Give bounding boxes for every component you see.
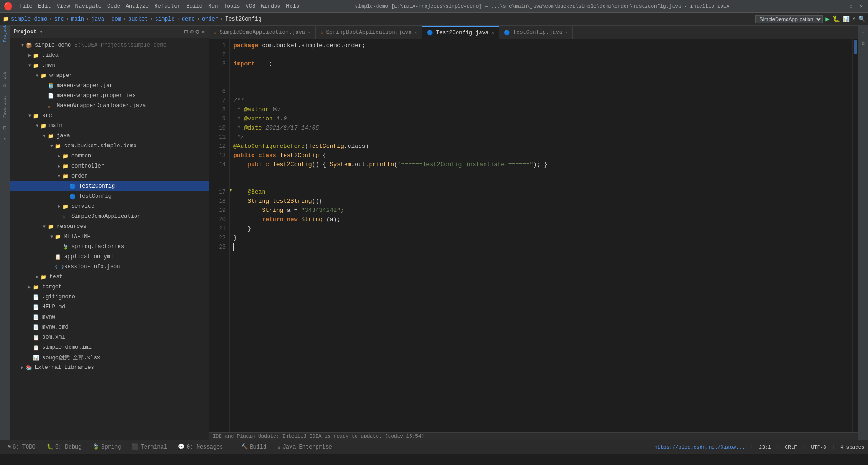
tab-simpledemo[interactable]: ☕ SimpleDemoApplication.java ✕: [209, 26, 316, 39]
menu-tools[interactable]: Tools: [224, 3, 240, 10]
breadcrumb-simple[interactable]: simple: [155, 16, 175, 22]
sidebar-settings-icon[interactable]: ⚙: [1, 81, 9, 90]
build-tab[interactable]: 🔨 Build: [237, 443, 270, 451]
tree-item-maven-wrapper-downloader[interactable]: ☕ MavenWrapperDownloader.java: [10, 101, 209, 111]
sidebar-star-icon[interactable]: ★: [1, 134, 9, 142]
menu-code[interactable]: Code: [107, 3, 120, 10]
right-sidebar-icon1[interactable]: ≡: [859, 29, 868, 38]
tab-close-springboot[interactable]: ✕: [415, 30, 417, 35]
tree-item-controller[interactable]: ▶ 📁 controller: [10, 161, 209, 171]
right-scrollbar[interactable]: [852, 39, 858, 432]
tree-item-spring-factories[interactable]: 🍃 spring.factories: [10, 242, 209, 252]
sidebar-commit-icon[interactable]: ↑: [1, 50, 9, 59]
tree-item-idea[interactable]: ▶ 📁 .idea: [10, 50, 209, 60]
terminal-label: Terminal: [140, 444, 167, 450]
tab-close-testconfig[interactable]: ✕: [565, 30, 568, 35]
menu-refactor[interactable]: Refactor: [154, 3, 181, 10]
tree-item-help-md[interactable]: 📄 HELP.md: [10, 302, 209, 312]
run-config-select[interactable]: SimpleDemoApplication: [755, 15, 823, 23]
tree-item-order[interactable]: ▼ 📁 order: [10, 171, 209, 181]
settings-icon[interactable]: ⚙: [195, 28, 199, 36]
tree-item-session-info-json[interactable]: { } session-info.json: [10, 262, 209, 272]
search-button[interactable]: 🔍: [858, 16, 865, 22]
breadcrumb-src[interactable]: src: [54, 16, 64, 22]
spring-tab[interactable]: 🍃 Spring: [89, 443, 124, 451]
tree-item-pom-xml[interactable]: 📋 pom.xml: [10, 332, 209, 342]
messages-tab[interactable]: 💬 0: Messages: [174, 443, 226, 451]
tree-item-com-bucket[interactable]: ▼ 📁 com.bucket.simple.demo: [10, 141, 209, 151]
tree-item-testconfig[interactable]: 🔵 TestConfig: [10, 191, 209, 201]
tree-item-resources[interactable]: ▼ 📁 resources: [10, 222, 209, 232]
tree-item-target[interactable]: ▶ 📁 target: [10, 282, 209, 292]
menu-run[interactable]: Run: [208, 3, 218, 10]
sidebar-web-icon[interactable]: Web: [1, 71, 9, 80]
code-content[interactable]: package com.bucket.simple.demo.order; im…: [230, 39, 852, 432]
breadcrumb-class[interactable]: Test2Config: [225, 16, 261, 22]
right-sidebar-icon2[interactable]: ⊞: [859, 39, 868, 48]
tree-item-java[interactable]: ▼ 📁 java: [10, 131, 209, 141]
menu-file[interactable]: File: [19, 3, 32, 10]
tree-item-iml[interactable]: 📋 simple-demo.iml: [10, 342, 209, 352]
tree-item-root[interactable]: ▼ 📦 simple-demo E:\IDEA-Projects\simple-…: [10, 40, 209, 50]
tree-item-simpledemo-app[interactable]: ☕ SimpleDemoApplication: [10, 211, 209, 222]
tab-test2config[interactable]: 🔵 Test2Config.java ✕: [422, 26, 499, 39]
menu-navigate[interactable]: Navigate: [75, 3, 102, 10]
tree-item-meta-inf[interactable]: ▼ 📁 META-INF: [10, 232, 209, 242]
panel-dropdown-icon[interactable]: ▾: [39, 28, 43, 35]
menu-build[interactable]: Build: [186, 3, 203, 10]
folder-icon: 📁: [62, 204, 70, 210]
breadcrumb-java[interactable]: java: [91, 16, 104, 22]
menu-vcs[interactable]: VCS: [246, 3, 256, 10]
breadcrumb-bucket[interactable]: bucket: [128, 16, 148, 22]
menu-help[interactable]: Help: [286, 3, 299, 10]
menu-view[interactable]: View: [57, 3, 70, 10]
tab-close-test2config[interactable]: ✕: [491, 30, 494, 36]
tree-item-application-yml[interactable]: 📋 application.yml: [10, 252, 209, 262]
breadcrumb-main[interactable]: main: [71, 16, 84, 22]
status-link[interactable]: https://blog.csdn.net/Xiaow...: [654, 444, 745, 450]
tree-item-test[interactable]: ▶ 📁 test: [10, 272, 209, 282]
close-button[interactable]: ✕: [858, 3, 864, 10]
breadcrumb-order[interactable]: order: [202, 16, 218, 22]
breadcrumb-demo[interactable]: demo: [182, 16, 195, 22]
tab-close-simpledemo[interactable]: ✕: [308, 30, 311, 35]
tree-item-external-libs[interactable]: ▶ 📚 External Libraries: [10, 362, 209, 373]
sidebar-bottom-icon[interactable]: ⊞: [1, 124, 9, 132]
tree-item-xlsx[interactable]: 📊 sougo创意_全部.xlsx: [10, 352, 209, 362]
tree-item-src[interactable]: ▼ 📁 src: [10, 111, 209, 121]
run-button[interactable]: ▶: [825, 15, 829, 23]
todo-tab[interactable]: ⚑ 6: TODO: [4, 443, 39, 451]
debug-tab[interactable]: 🐛 5: Debug: [43, 443, 86, 451]
sidebar-project-icon[interactable]: Project: [1, 29, 9, 38]
java-enterprise-tab[interactable]: ☕ Java Enterprise: [274, 443, 335, 451]
coverage-button[interactable]: 📊: [843, 16, 850, 22]
breadcrumb-project[interactable]: simple-demo: [11, 16, 47, 22]
tab-testconfig[interactable]: 🔵 TestConfig.java ✕: [499, 26, 573, 39]
tree-item-test2config[interactable]: 🔵 Test2Config: [10, 181, 209, 191]
menu-edit[interactable]: Edit: [38, 3, 51, 10]
menu-analyze[interactable]: Analyze: [126, 3, 149, 10]
scroll-to-icon[interactable]: ⊕: [190, 28, 194, 36]
menu-window[interactable]: Window: [261, 3, 280, 10]
collapse-all-button[interactable]: ⊟: [184, 28, 188, 36]
profile-button[interactable]: ⚡: [852, 16, 856, 22]
tree-item-maven-wrapper-jar[interactable]: 🫙 maven-wrapper.jar: [10, 81, 209, 91]
tree-item-mvnw-cmd[interactable]: 📄 mvnw.cmd: [10, 322, 209, 332]
tree-item-gitignore[interactable]: 📄 .gitignore: [10, 292, 209, 302]
maximize-button[interactable]: ☐: [848, 3, 854, 10]
terminal-tab[interactable]: ⬛ Terminal: [128, 443, 171, 451]
debug-button[interactable]: 🐛: [832, 15, 840, 23]
sidebar-favorites-icon[interactable]: Favorites: [1, 103, 9, 111]
tree-item-common[interactable]: ▶ 📁 common: [10, 151, 209, 161]
minimize-button[interactable]: —: [838, 3, 844, 10]
tab-springboot[interactable]: ☕ SpringBootApplication.java ✕: [316, 26, 422, 39]
scrollbar-thumb[interactable]: [854, 40, 857, 54]
tree-item-mvn[interactable]: ▼ 📁 .mvn: [10, 60, 209, 70]
tree-item-mvnw[interactable]: 📄 mvnw: [10, 312, 209, 322]
tree-item-service[interactable]: ▶ 📁 service: [10, 201, 209, 211]
close-panel-button[interactable]: ✕: [201, 28, 205, 36]
tree-item-maven-wrapper-properties[interactable]: 📄 maven-wrapper.properties: [10, 91, 209, 101]
breadcrumb-com[interactable]: com: [111, 16, 121, 22]
tree-item-main[interactable]: ▼ 📁 main: [10, 121, 209, 131]
tree-item-wrapper[interactable]: ▼ 📁 wrapper: [10, 70, 209, 81]
